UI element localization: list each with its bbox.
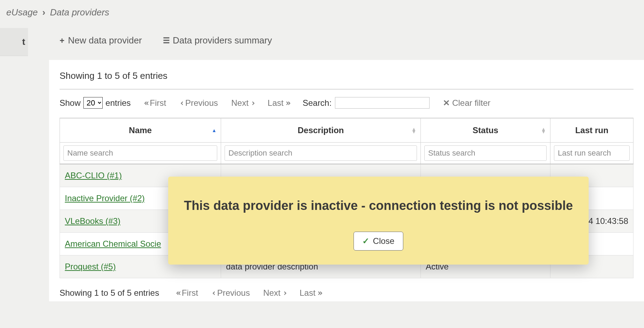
- new-data-provider-button[interactable]: + New data provider: [60, 35, 142, 46]
- table-controls: Show 20 entries « First ‹ Previous Next …: [60, 97, 633, 109]
- row-name-link[interactable]: VLeBooks (#3): [65, 216, 121, 226]
- modal-title: This data provider is inactive - connect…: [182, 198, 575, 214]
- breadcrumb-root[interactable]: eUsage: [6, 7, 38, 18]
- sort-indicator: ▲: [212, 129, 217, 132]
- modal-close-label: Close: [373, 236, 394, 246]
- sort-indicator: ▲▼: [541, 128, 546, 133]
- clear-filter-button[interactable]: ✕ Clear filter: [443, 98, 490, 108]
- showing-entries-bottom: Showing 1 to 5 of 5 entries: [60, 288, 159, 298]
- row-name-link[interactable]: Proquest (#5): [65, 262, 116, 271]
- col-header-status[interactable]: Status ▲▼: [421, 118, 550, 143]
- pager-previous[interactable]: ‹ Previous: [179, 98, 218, 108]
- table-header-row: Name ▲ Description ▲▼ Status ▲▼ Last run: [60, 118, 633, 143]
- close-icon: ✕: [443, 98, 450, 108]
- list-icon: ☰: [163, 36, 169, 45]
- search-input[interactable]: [335, 97, 430, 109]
- plus-icon: +: [60, 36, 64, 46]
- breadcrumb: eUsage › Data providers: [0, 0, 644, 25]
- sort-indicator: ▲▼: [411, 128, 416, 133]
- showing-entries-top: Showing 1 to 5 of 5 entries: [60, 70, 633, 89]
- clear-filter-label: Clear filter: [452, 98, 490, 108]
- alert-modal: This data provider is inactive - connect…: [168, 177, 589, 265]
- row-name-link[interactable]: American Chemical Socie: [65, 239, 161, 248]
- pager-next-bottom[interactable]: Next ›: [263, 288, 286, 298]
- sidebar-item[interactable]: t: [0, 28, 28, 56]
- pager-first[interactable]: « First: [144, 98, 166, 108]
- check-icon: ✓: [362, 236, 369, 246]
- filter-description-input[interactable]: [225, 145, 417, 161]
- data-providers-summary-label: Data providers summary: [173, 35, 272, 46]
- show-label: Show: [60, 98, 81, 108]
- chevron-double-right-icon: »: [286, 98, 289, 108]
- sidebar: t: [0, 28, 28, 326]
- length-menu: Show 20 entries: [60, 97, 131, 109]
- chevron-double-left-icon: «: [144, 98, 148, 108]
- new-data-provider-label: New data provider: [68, 35, 142, 46]
- filter-name-input[interactable]: [63, 145, 217, 161]
- data-providers-summary-button[interactable]: ☰ Data providers summary: [163, 35, 272, 46]
- pager-last-bottom[interactable]: Last »: [300, 288, 321, 298]
- pager-previous-bottom[interactable]: ‹ Previous: [211, 288, 250, 298]
- breadcrumb-current: Data providers: [50, 7, 109, 18]
- modal-close-button[interactable]: ✓ Close: [354, 232, 403, 251]
- col-header-description[interactable]: Description ▲▼: [221, 118, 421, 143]
- filter-status-input[interactable]: [424, 145, 547, 161]
- row-name-link[interactable]: ABC-CLIO (#1): [65, 171, 122, 180]
- breadcrumb-separator: ›: [42, 7, 46, 18]
- pager-next[interactable]: Next ›: [231, 98, 254, 108]
- col-header-lastrun[interactable]: Last run: [550, 118, 633, 143]
- chevron-right-icon: ›: [251, 98, 254, 108]
- entries-select[interactable]: 20: [83, 97, 103, 109]
- table-filter-row: [60, 143, 633, 164]
- bottom-controls: Showing 1 to 5 of 5 entries « First ‹ Pr…: [60, 278, 633, 298]
- sidebar-item-label: t: [22, 36, 25, 47]
- col-header-name[interactable]: Name ▲: [60, 118, 221, 143]
- row-name-link[interactable]: Inactive Provider (#2): [65, 193, 145, 203]
- search-label: Search:: [303, 98, 332, 108]
- chevron-double-right-icon: »: [317, 288, 321, 298]
- pager-last[interactable]: Last »: [268, 98, 289, 108]
- chevron-double-left-icon: «: [176, 288, 179, 298]
- entries-label: entries: [105, 98, 131, 108]
- chevron-left-icon: ‹: [211, 288, 215, 298]
- toolbar: + New data provider ☰ Data providers sum…: [49, 32, 644, 60]
- filter-lastrun-input[interactable]: [554, 145, 630, 161]
- chevron-left-icon: ‹: [179, 98, 183, 108]
- chevron-right-icon: ›: [282, 288, 286, 298]
- pager-first-bottom[interactable]: « First: [176, 288, 198, 298]
- search-wrap: Search:: [303, 97, 430, 109]
